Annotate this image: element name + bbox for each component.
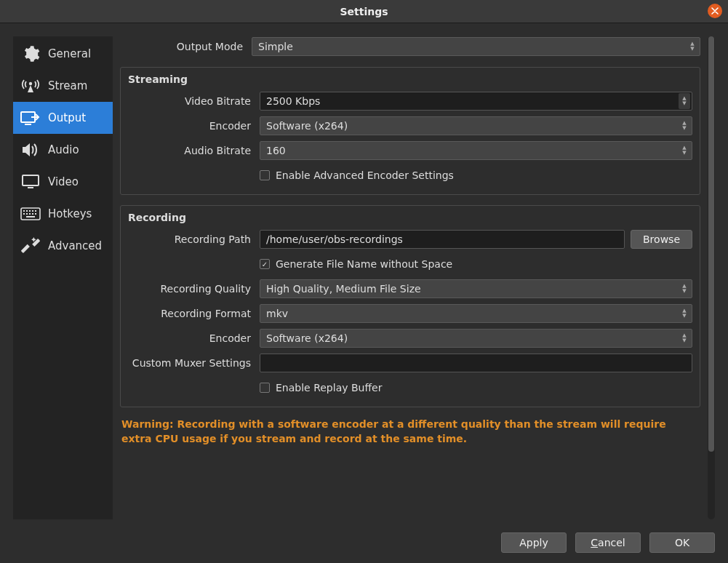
replay-buffer-label[interactable]: Enable Replay Buffer xyxy=(276,382,382,394)
svg-rect-4 xyxy=(28,187,33,188)
chevron-updown-icon: ▲▼ xyxy=(687,39,698,55)
scrollbar[interactable] xyxy=(708,36,715,519)
recording-path-input[interactable]: /home/user/obs-recordings xyxy=(260,230,625,249)
advanced-encoder-label[interactable]: Enable Advanced Encoder Settings xyxy=(276,169,454,181)
apply-button[interactable]: Apply xyxy=(501,532,567,553)
audio-bitrate-select[interactable]: 160 ▲▼ xyxy=(260,141,692,160)
window-title: Settings xyxy=(340,6,388,17)
sidebar-item-label: Advanced xyxy=(48,239,102,252)
chevron-updown-icon: ▲▼ xyxy=(679,306,690,322)
sidebar-item-general[interactable]: General xyxy=(13,38,113,70)
sidebar-item-label: Audio xyxy=(48,143,79,156)
monitor-icon xyxy=(20,173,41,191)
content-area: Output Mode Simple ▲▼ Streaming Video Bi… xyxy=(120,36,703,519)
svg-point-0 xyxy=(29,82,32,85)
scrollbar-thumb[interactable] xyxy=(708,36,714,452)
sidebar-item-label: Hotkeys xyxy=(48,207,92,220)
gen-no-space-checkbox[interactable]: ✓ xyxy=(260,259,270,269)
chevron-updown-icon: ▲▼ xyxy=(679,330,690,346)
output-icon xyxy=(20,109,41,127)
svg-rect-3 xyxy=(23,175,39,185)
svg-rect-14 xyxy=(32,213,33,215)
recording-group: Recording Recording Path /home/user/obs-… xyxy=(120,205,700,407)
audio-bitrate-value: 160 xyxy=(266,145,286,156)
video-bitrate-label: Video Bitrate xyxy=(128,95,254,107)
recording-format-label: Recording Format xyxy=(128,308,254,319)
chevron-updown-icon: ▲▼ xyxy=(679,281,690,297)
sidebar-item-audio[interactable]: Audio xyxy=(13,134,113,166)
cancel-button[interactable]: Cancel xyxy=(575,532,641,553)
gen-no-space-label[interactable]: Generate File Name without Space xyxy=(276,258,452,270)
svg-rect-12 xyxy=(26,213,28,215)
recording-quality-select[interactable]: High Quality, Medium File Size ▲▼ xyxy=(260,279,692,298)
streaming-title: Streaming xyxy=(128,73,692,85)
settings-window: Settings General Stream O xyxy=(0,0,728,563)
svg-rect-15 xyxy=(35,213,36,215)
ok-button[interactable]: OK xyxy=(649,532,715,553)
sidebar-item-label: Output xyxy=(48,111,86,124)
speaker-icon xyxy=(20,141,41,159)
gear-icon xyxy=(20,45,41,63)
tools-icon xyxy=(20,237,41,255)
keyboard-icon xyxy=(20,205,41,223)
recording-format-select[interactable]: mkv ▲▼ xyxy=(260,304,692,323)
streaming-encoder-label: Encoder xyxy=(128,120,254,132)
recording-quality-value: High Quality, Medium File Size xyxy=(266,283,421,295)
advanced-encoder-checkbox[interactable] xyxy=(260,170,270,180)
recording-path-value: /home/user/obs-recordings xyxy=(266,233,403,245)
output-mode-row: Output Mode Simple ▲▼ xyxy=(120,36,700,57)
close-icon xyxy=(711,7,719,15)
svg-rect-10 xyxy=(35,210,36,212)
output-mode-select[interactable]: Simple ▲▼ xyxy=(252,37,700,56)
recording-format-value: mkv xyxy=(266,308,288,319)
svg-rect-6 xyxy=(23,210,25,212)
video-bitrate-input[interactable]: 2500 Kbps ▲▼ xyxy=(260,92,692,111)
footer: Apply Cancel OK xyxy=(0,527,728,563)
sidebar-item-label: Video xyxy=(48,175,79,188)
svg-rect-13 xyxy=(29,213,31,215)
sidebar-item-output[interactable]: Output xyxy=(13,102,113,134)
svg-rect-9 xyxy=(32,210,33,212)
warning-text: Warning: Recording with a software encod… xyxy=(120,418,700,446)
sidebar-item-label: Stream xyxy=(48,79,87,92)
spinner-arrows-icon[interactable]: ▲▼ xyxy=(679,93,690,109)
close-button[interactable] xyxy=(708,4,722,18)
replay-buffer-checkbox[interactable] xyxy=(260,383,270,393)
recording-quality-label: Recording Quality xyxy=(128,283,254,295)
recording-encoder-select[interactable]: Software (x264) ▲▼ xyxy=(260,329,692,348)
sidebar-item-hotkeys[interactable]: Hotkeys xyxy=(13,198,113,230)
svg-rect-11 xyxy=(23,213,25,215)
recording-path-label: Recording Path xyxy=(128,233,254,245)
sidebar-item-advanced[interactable]: Advanced xyxy=(13,230,113,262)
recording-title: Recording xyxy=(128,212,692,223)
sidebar-item-video[interactable]: Video xyxy=(13,166,113,198)
video-bitrate-value: 2500 Kbps xyxy=(266,95,320,107)
recording-encoder-label: Encoder xyxy=(128,332,254,344)
scrollbar-track[interactable] xyxy=(708,36,715,519)
sidebar-item-label: General xyxy=(48,47,91,60)
output-mode-label: Output Mode xyxy=(120,41,246,52)
streaming-encoder-select[interactable]: Software (x264) ▲▼ xyxy=(260,116,692,135)
svg-rect-2 xyxy=(25,124,31,125)
chevron-updown-icon: ▲▼ xyxy=(679,118,690,134)
svg-rect-16 xyxy=(26,216,35,217)
chevron-updown-icon: ▲▼ xyxy=(679,143,690,159)
audio-bitrate-label: Audio Bitrate xyxy=(128,145,254,156)
muxer-input[interactable] xyxy=(260,354,692,372)
antenna-icon xyxy=(20,77,41,95)
sidebar: General Stream Output Audio xyxy=(13,36,113,519)
svg-rect-7 xyxy=(26,210,28,212)
muxer-label: Custom Muxer Settings xyxy=(128,357,254,369)
svg-rect-8 xyxy=(29,210,31,212)
titlebar: Settings xyxy=(0,0,728,23)
output-mode-value: Simple xyxy=(258,41,293,52)
recording-encoder-value: Software (x264) xyxy=(266,332,348,344)
streaming-encoder-value: Software (x264) xyxy=(266,120,348,132)
sidebar-item-stream[interactable]: Stream xyxy=(13,70,113,102)
browse-button[interactable]: Browse xyxy=(631,230,692,249)
streaming-group: Streaming Video Bitrate 2500 Kbps ▲▼ Enc… xyxy=(120,67,700,195)
